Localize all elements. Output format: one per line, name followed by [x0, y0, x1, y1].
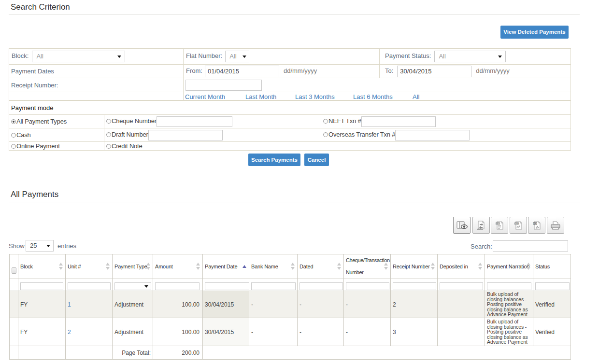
svg-text:PDF: PDF	[533, 223, 538, 225]
svg-text:CSV: CSV	[496, 223, 500, 225]
svg-text:XLS: XLS	[515, 223, 519, 225]
